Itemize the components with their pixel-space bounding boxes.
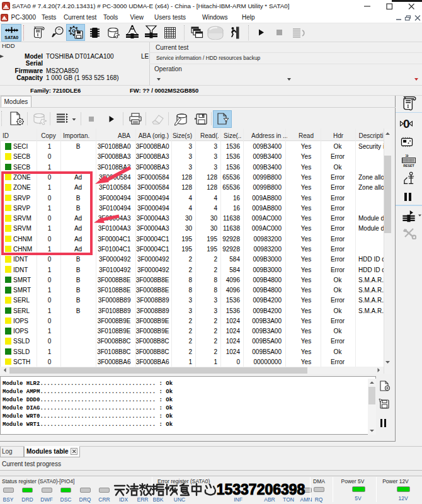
- svg-text:RESET: RESET: [403, 164, 414, 168]
- svg-text:0: 0: [403, 118, 409, 129]
